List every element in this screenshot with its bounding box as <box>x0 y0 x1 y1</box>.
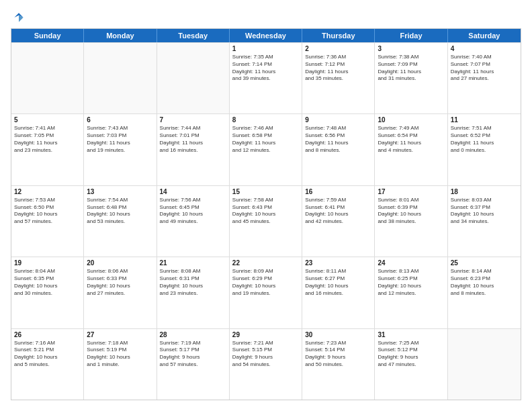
cell-daylight-info: Sunrise: 7:49 AM Sunset: 6:54 PM Dayligh… <box>378 125 444 154</box>
cell-daylight-info: Sunrise: 7:21 AM Sunset: 5:15 PM Dayligh… <box>232 340 299 369</box>
cell-day-number: 25 <box>451 259 518 267</box>
calendar-cell: 5Sunrise: 7:41 AM Sunset: 7:05 PM Daylig… <box>11 114 84 185</box>
calendar-cell: 26Sunrise: 7:16 AM Sunset: 5:21 PM Dayli… <box>11 329 84 400</box>
cell-day-number: 8 <box>232 116 299 124</box>
calendar-cell <box>11 43 84 113</box>
calendar-cell: 2Sunrise: 7:36 AM Sunset: 7:12 PM Daylig… <box>302 43 375 113</box>
weekday-header-monday: Monday <box>84 29 157 42</box>
cell-day-number: 22 <box>232 259 299 267</box>
calendar-row-2: 12Sunrise: 7:53 AM Sunset: 6:50 PM Dayli… <box>11 185 521 257</box>
cell-day-number: 16 <box>305 188 371 195</box>
calendar-cell: 30Sunrise: 7:23 AM Sunset: 5:14 PM Dayli… <box>302 329 375 400</box>
cell-day-number: 6 <box>87 116 153 124</box>
cell-day-number: 21 <box>160 259 226 267</box>
cell-day-number: 4 <box>451 45 518 52</box>
cell-day-number: 7 <box>160 116 226 124</box>
cell-day-number: 15 <box>232 188 299 195</box>
calendar-cell: 31Sunrise: 7:25 AM Sunset: 5:12 PM Dayli… <box>375 329 447 400</box>
calendar-row-4: 26Sunrise: 7:16 AM Sunset: 5:21 PM Dayli… <box>11 328 521 400</box>
calendar-cell: 28Sunrise: 7:19 AM Sunset: 5:17 PM Dayli… <box>157 329 230 400</box>
cell-day-number: 18 <box>451 188 518 195</box>
calendar-cell: 23Sunrise: 8:11 AM Sunset: 6:27 PM Dayli… <box>302 257 375 328</box>
cell-daylight-info: Sunrise: 7:43 AM Sunset: 7:03 PM Dayligh… <box>87 125 153 154</box>
calendar-cell: 17Sunrise: 8:01 AM Sunset: 6:39 PM Dayli… <box>375 186 447 257</box>
calendar-cell: 6Sunrise: 7:43 AM Sunset: 7:03 PM Daylig… <box>84 114 157 185</box>
cell-daylight-info: Sunrise: 8:09 AM Sunset: 6:29 PM Dayligh… <box>232 268 299 297</box>
cell-daylight-info: Sunrise: 7:54 AM Sunset: 6:48 PM Dayligh… <box>87 197 153 226</box>
logo <box>11 11 26 21</box>
cell-day-number: 23 <box>305 259 371 267</box>
calendar-cell: 10Sunrise: 7:49 AM Sunset: 6:54 PM Dayli… <box>375 114 447 185</box>
weekday-header-saturday: Saturday <box>448 29 521 42</box>
calendar-cell: 19Sunrise: 8:04 AM Sunset: 6:35 PM Dayli… <box>11 257 84 328</box>
cell-day-number: 10 <box>378 116 444 124</box>
calendar-cell: 1Sunrise: 7:35 AM Sunset: 7:14 PM Daylig… <box>230 43 302 113</box>
cell-daylight-info: Sunrise: 8:06 AM Sunset: 6:33 PM Dayligh… <box>87 268 153 297</box>
calendar-body: 1Sunrise: 7:35 AM Sunset: 7:14 PM Daylig… <box>11 42 521 400</box>
calendar-cell: 21Sunrise: 8:08 AM Sunset: 6:31 PM Dayli… <box>157 257 230 328</box>
logo-icon <box>12 11 26 24</box>
cell-daylight-info: Sunrise: 7:19 AM Sunset: 5:17 PM Dayligh… <box>160 340 226 369</box>
calendar-cell: 15Sunrise: 7:58 AM Sunset: 6:43 PM Dayli… <box>230 186 302 257</box>
cell-daylight-info: Sunrise: 7:36 AM Sunset: 7:12 PM Dayligh… <box>305 54 371 83</box>
cell-day-number: 28 <box>160 331 226 338</box>
cell-daylight-info: Sunrise: 7:16 AM Sunset: 5:21 PM Dayligh… <box>14 340 81 369</box>
cell-day-number: 31 <box>378 331 444 338</box>
cell-daylight-info: Sunrise: 7:59 AM Sunset: 6:41 PM Dayligh… <box>305 197 371 226</box>
calendar-cell <box>84 43 157 113</box>
calendar: SundayMondayTuesdayWednesdayThursdayFrid… <box>11 28 521 400</box>
cell-daylight-info: Sunrise: 7:18 AM Sunset: 5:19 PM Dayligh… <box>87 340 153 369</box>
calendar-row-3: 19Sunrise: 8:04 AM Sunset: 6:35 PM Dayli… <box>11 257 521 328</box>
cell-daylight-info: Sunrise: 7:23 AM Sunset: 5:14 PM Dayligh… <box>305 340 371 369</box>
cell-daylight-info: Sunrise: 7:35 AM Sunset: 7:14 PM Dayligh… <box>232 54 299 83</box>
calendar-cell: 8Sunrise: 7:46 AM Sunset: 6:58 PM Daylig… <box>230 114 302 185</box>
calendar-cell: 16Sunrise: 7:59 AM Sunset: 6:41 PM Dayli… <box>302 186 375 257</box>
cell-day-number: 9 <box>305 116 371 124</box>
cell-daylight-info: Sunrise: 7:58 AM Sunset: 6:43 PM Dayligh… <box>232 197 299 226</box>
calendar-cell <box>157 43 230 113</box>
calendar-cell: 14Sunrise: 7:56 AM Sunset: 6:45 PM Dayli… <box>157 186 230 257</box>
cell-day-number: 17 <box>378 188 444 195</box>
calendar-cell: 11Sunrise: 7:51 AM Sunset: 6:52 PM Dayli… <box>448 114 521 185</box>
calendar-cell: 4Sunrise: 7:40 AM Sunset: 7:07 PM Daylig… <box>448 43 521 113</box>
calendar-cell: 20Sunrise: 8:06 AM Sunset: 6:33 PM Dayli… <box>84 257 157 328</box>
cell-day-number: 14 <box>160 188 226 195</box>
cell-daylight-info: Sunrise: 7:51 AM Sunset: 6:52 PM Dayligh… <box>451 125 518 154</box>
cell-daylight-info: Sunrise: 7:53 AM Sunset: 6:50 PM Dayligh… <box>14 197 81 226</box>
calendar-cell: 7Sunrise: 7:44 AM Sunset: 7:01 PM Daylig… <box>157 114 230 185</box>
calendar-cell <box>448 329 521 400</box>
cell-day-number: 29 <box>232 331 299 338</box>
cell-daylight-info: Sunrise: 7:48 AM Sunset: 6:56 PM Dayligh… <box>305 125 371 154</box>
cell-day-number: 13 <box>87 188 153 195</box>
cell-daylight-info: Sunrise: 8:08 AM Sunset: 6:31 PM Dayligh… <box>160 268 226 297</box>
calendar-cell: 9Sunrise: 7:48 AM Sunset: 6:56 PM Daylig… <box>302 114 375 185</box>
weekday-header-wednesday: Wednesday <box>230 29 302 42</box>
calendar-cell: 3Sunrise: 7:38 AM Sunset: 7:09 PM Daylig… <box>375 43 447 113</box>
weekday-header-sunday: Sunday <box>11 29 84 42</box>
cell-daylight-info: Sunrise: 7:25 AM Sunset: 5:12 PM Dayligh… <box>378 340 444 369</box>
calendar-cell: 12Sunrise: 7:53 AM Sunset: 6:50 PM Dayli… <box>11 186 84 257</box>
page: SundayMondayTuesdayWednesdayThursdayFrid… <box>0 0 532 411</box>
cell-daylight-info: Sunrise: 7:46 AM Sunset: 6:58 PM Dayligh… <box>232 125 299 154</box>
calendar-cell: 18Sunrise: 8:03 AM Sunset: 6:37 PM Dayli… <box>448 186 521 257</box>
weekday-header-tuesday: Tuesday <box>157 29 230 42</box>
cell-daylight-info: Sunrise: 8:01 AM Sunset: 6:39 PM Dayligh… <box>378 197 444 226</box>
calendar-row-1: 5Sunrise: 7:41 AM Sunset: 7:05 PM Daylig… <box>11 113 521 185</box>
weekday-header-thursday: Thursday <box>302 29 375 42</box>
weekday-header-friday: Friday <box>375 29 447 42</box>
cell-daylight-info: Sunrise: 8:03 AM Sunset: 6:37 PM Dayligh… <box>451 197 518 226</box>
calendar-cell: 27Sunrise: 7:18 AM Sunset: 5:19 PM Dayli… <box>84 329 157 400</box>
calendar-cell: 25Sunrise: 8:14 AM Sunset: 6:23 PM Dayli… <box>448 257 521 328</box>
calendar-cell: 24Sunrise: 8:13 AM Sunset: 6:25 PM Dayli… <box>375 257 447 328</box>
cell-day-number: 3 <box>378 45 444 52</box>
cell-daylight-info: Sunrise: 8:14 AM Sunset: 6:23 PM Dayligh… <box>451 268 518 297</box>
header <box>11 11 521 21</box>
calendar-cell: 29Sunrise: 7:21 AM Sunset: 5:15 PM Dayli… <box>230 329 302 400</box>
cell-daylight-info: Sunrise: 8:13 AM Sunset: 6:25 PM Dayligh… <box>378 268 444 297</box>
calendar-header: SundayMondayTuesdayWednesdayThursdayFrid… <box>11 29 521 42</box>
cell-day-number: 26 <box>14 331 81 338</box>
cell-daylight-info: Sunrise: 7:41 AM Sunset: 7:05 PM Dayligh… <box>14 125 81 154</box>
cell-day-number: 30 <box>305 331 371 338</box>
cell-daylight-info: Sunrise: 7:40 AM Sunset: 7:07 PM Dayligh… <box>451 54 518 83</box>
calendar-cell: 13Sunrise: 7:54 AM Sunset: 6:48 PM Dayli… <box>84 186 157 257</box>
